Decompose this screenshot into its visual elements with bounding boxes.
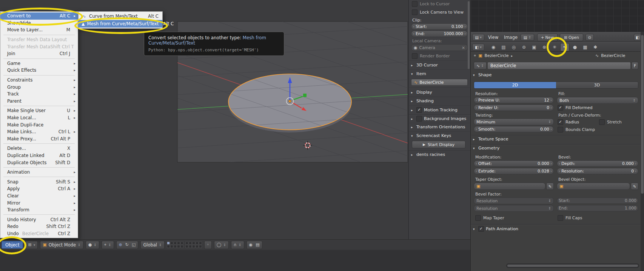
panel-header-path-animation[interactable]: ▾ ✓ Path Animation [473,226,518,232]
checkbox-checked-icon[interactable]: ✓ [558,119,563,125]
tab-particles[interactable]: ✱ [591,43,600,51]
menu-item-snap[interactable]: SnapShift S▸ [0,178,78,185]
menu-item-clear[interactable]: Clear▸ [0,192,78,200]
layer-cell[interactable] [167,242,170,245]
menu-item-convert-to[interactable]: Convert toAlt C▸ [0,12,78,20]
bounds-clamp-toggle[interactable]: Bounds Clamp [558,127,595,132]
expand-arrow-icon[interactable]: ▸ [411,125,414,129]
menu-item-make-proxy[interactable]: Make Proxy...Ctrl Alt P [0,136,78,143]
bevel-factor-end-field[interactable]: End: 1.000 [557,205,638,211]
layer-cell[interactable] [199,242,202,245]
layer-cell[interactable] [192,245,195,248]
checkbox-checked-icon[interactable]: ✓ [416,107,422,113]
taper-object-select[interactable]: ▣ [474,183,545,190]
menu-item-undo-history[interactable]: Undo HistoryCtrl Alt Z [0,216,78,223]
rotate-manipulator-icon[interactable]: ↻ [125,242,129,247]
new-image-button[interactable]: + New [537,34,558,41]
submenu-item-mesh-from-curve-meta-surf-text[interactable]: ▲Mesh from Curve/Meta/Surf/TextAlt C [79,20,162,28]
properties-editor-type-selector[interactable]: ◧▾ [472,44,484,51]
menu-item-make-local[interactable]: Make Local...L▸ [0,114,78,122]
menu-view[interactable]: View [488,35,498,40]
checkbox-icon[interactable] [412,53,418,59]
layer-cell[interactable] [199,245,202,248]
menu-item-game[interactable]: Game▸ [0,60,78,67]
clear-icon[interactable]: × [462,45,465,50]
menu-item-make-links[interactable]: Make Links...Ctrl L▸ [0,128,78,136]
layer-cell[interactable] [177,242,180,245]
fill-caps-toggle[interactable]: Fill Caps [558,215,582,221]
layer-cell[interactable] [185,245,188,248]
panel-header-transform-orientations[interactable]: ▸ Transform Orientations [411,125,465,129]
lock-camera-to-view-toggle[interactable]: Lock Camera to View [412,9,468,15]
lock-to-cursor-toggle[interactable]: Lock to Cursor [412,1,468,7]
bevel-factor-end-mapping-select[interactable]: Resolution ↕ [474,205,554,212]
panel-header-item[interactable]: ▾ Item [411,71,426,76]
bevel-factor-start-field[interactable]: Start: 0.000 [557,197,638,204]
expand-arrow-icon[interactable]: ▸ [473,137,476,141]
menu-item-track[interactable]: Track▸ [0,91,78,98]
panel-header-background-images[interactable]: ▸ Background Images [411,116,466,122]
properties-horizontal-scrollbar[interactable] [506,263,639,268]
collapse-arrow-icon[interactable]: ▾ [473,227,476,231]
local-camera-select[interactable]: ◉ Camera × [411,44,468,51]
checkbox-icon[interactable] [558,127,563,132]
tab-constraints[interactable]: ⊗ [540,43,549,51]
start-display-button[interactable]: ▶ Start Display [412,141,465,148]
offset-field[interactable]: ‹Offset: 0.000› [474,160,554,167]
layer-cell[interactable] [177,245,180,248]
image-editor-canvas[interactable] [471,0,644,32]
open-image-button[interactable]: ⊞ Open [560,34,583,41]
layer-grid-2[interactable] [185,242,202,248]
render-still-icon[interactable]: ◉ [249,242,253,247]
image-browse-select[interactable]: ▤↕ [521,34,534,41]
menu-item-make-single-user[interactable]: Make Single UserU▸ [0,107,78,114]
menu-item-undo[interactable]: UndoBezierCircleCtrl Z [0,230,78,237]
menu-item-make-dupli-face[interactable]: Make Dupli-Face [0,121,78,128]
panel-header-display[interactable]: ▸ Display [411,90,432,95]
panel-header-motion-tracking[interactable]: ▸ ✓ Motion Tracking [411,107,458,113]
tab-material[interactable]: ● [570,43,579,51]
checkbox-icon[interactable] [416,116,422,122]
expand-arrow-icon[interactable]: ▸ [411,153,414,157]
menu-item-duplicate-linked[interactable]: Duplicate LinkedAlt D [0,152,78,159]
layer-cell[interactable] [180,245,183,248]
menu-item-quick-effects[interactable]: Quick Effects▸ [0,67,78,74]
item-name-field[interactable]: ∿ BezierCircle [411,79,468,86]
menu-item-group[interactable]: Group▸ [0,83,78,91]
checkbox-checked-icon[interactable]: ✓ [478,226,484,232]
layer-cell[interactable] [196,245,199,248]
layer-cell[interactable] [180,242,183,245]
breadcrumb-data-name[interactable]: BezierCircle [601,53,625,58]
bevel-depth-field[interactable]: ‹Depth: 0.000› [557,160,638,167]
menu-item-mirror[interactable]: Mirror▸ [0,199,78,206]
tab-texture[interactable]: ▦ [581,43,590,51]
fake-user-button[interactable]: F [632,62,638,69]
mode-select[interactable]: ▣ Object Mode ↕ [40,241,83,249]
transform-orientation-select[interactable]: Global ↕ [140,241,164,249]
collapse-arrow-icon[interactable]: ▾ [411,72,414,76]
radius-toggle[interactable]: ✓ Radius [558,119,579,125]
id-name-field[interactable]: BezierCircle [487,62,631,69]
tab-object-data-curve[interactable]: ∿ [560,43,569,51]
stretch-toggle[interactable]: Stretch [599,119,622,125]
scale-manipulator-icon[interactable]: ◱ [132,242,136,247]
tab-world[interactable]: ⊚ [519,43,528,51]
collapse-arrow-icon[interactable]: ▾ [411,134,414,138]
panel-header-shading[interactable]: ▸ Shading [411,99,434,103]
expand-arrow-icon[interactable]: ▸ [411,117,414,121]
extrude-field[interactable]: ‹Extrude: 0.028› [474,168,554,174]
decrement-icon[interactable]: ‹ [413,25,414,29]
preview-u-field[interactable]: ‹Preview U: 12› [474,97,554,103]
snap-select[interactable]: ∩↕ [231,241,244,249]
expand-arrow-icon[interactable]: ▸ [411,108,414,112]
tab-scene[interactable]: ◎ [509,43,518,51]
tab-modifiers[interactable]: ✳ [550,43,559,51]
header-options-button[interactable]: ◧ [634,34,641,41]
increment-icon[interactable]: › [464,25,466,29]
bevel-eyedropper-button[interactable]: ✎ [631,183,638,190]
translate-manipulator-icon[interactable]: ⊕ [119,242,122,247]
menu-item-join[interactable]: JoinCtrl J [0,50,78,57]
tab-render[interactable]: ◉ [489,43,498,51]
menu-item-transform[interactable]: Transform▸ [0,206,78,214]
render-image-icon[interactable]: ▤ [256,242,259,247]
